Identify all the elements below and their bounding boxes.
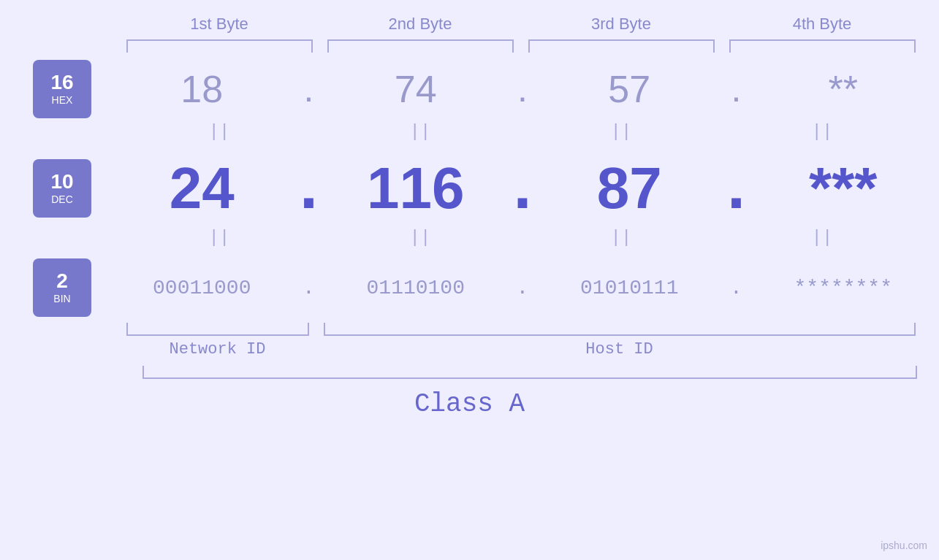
bottom-brackets [119,323,923,336]
byte4-header: 4th Byte [722,15,923,39]
bracket-byte2 [327,39,514,53]
bin-badge-label: BIN [53,293,70,304]
class-label: Class A [0,389,939,419]
equals-row-1: || || || || [119,122,923,142]
eq1-2: || [320,122,521,142]
hex-dot1: . [298,68,320,110]
bin-dot2: . [512,277,533,299]
bin-badge-number: 2 [56,271,68,291]
hex-val3: 57 [533,67,726,111]
bin-val3: 01010111 [533,277,726,299]
network-bracket [126,323,309,336]
byte2-header: 2nd Byte [320,15,521,39]
dec-val1: 24 [106,155,298,222]
hex-dot2: . [512,68,533,110]
eq1-1: || [119,122,320,142]
eq2-3: || [521,228,722,248]
hex-badge-label: HEX [52,94,73,106]
bin-val4: ******** [748,277,940,299]
dec-row: 10 DEC 24 . 116 . 87 . *** [0,153,939,224]
dec-val3: 87 [533,155,726,222]
id-labels: Network ID Host ID [119,340,923,358]
dec-badge-number: 10 [50,172,73,192]
watermark: ipshu.com [881,540,927,551]
dec-val4: *** [748,155,940,222]
dec-badge: 10 DEC [33,159,91,218]
bracket-byte4 [729,39,916,53]
bin-badge: 2 BIN [33,258,91,317]
hex-badge-number: 16 [50,72,73,93]
eq2-1: || [119,228,320,248]
dec-val2: 116 [320,155,512,222]
equals-row-2: || || || || [119,228,923,248]
host-id-label: Host ID [316,340,923,358]
dec-dot1: . [298,153,320,224]
top-brackets [119,39,923,53]
hex-val1: 18 [106,67,298,111]
full-bracket [142,366,917,379]
byte-headers: 1st Byte 2nd Byte 3rd Byte 4th Byte [119,15,923,39]
hex-values: 18 . 74 . 57 . ** [106,67,939,111]
bin-row: 2 BIN 00011000 . 01110100 . 01010111 . *… [0,258,939,317]
byte1-header: 1st Byte [119,15,320,39]
dec-dot2: . [512,153,533,224]
hex-row: 16 HEX 18 . 74 . 57 . ** [0,60,939,118]
bracket-byte1 [126,39,313,53]
bin-dot1: . [298,277,320,299]
hex-val4: ** [748,67,940,111]
hex-badge: 16 HEX [33,60,91,118]
dec-values: 24 . 116 . 87 . *** [106,153,939,224]
host-bracket [324,323,916,336]
bracket-byte3 [528,39,715,53]
eq2-4: || [722,228,923,248]
bin-val1: 00011000 [106,277,298,299]
eq2-2: || [320,228,521,248]
bin-values: 00011000 . 01110100 . 01010111 . *******… [106,277,939,299]
bin-dot3: . [726,277,748,299]
dec-dot3: . [726,153,748,224]
hex-val2: 74 [320,67,512,111]
dec-badge-label: DEC [51,193,73,205]
hex-dot3: . [726,68,748,110]
eq1-3: || [521,122,722,142]
byte3-header: 3rd Byte [521,15,722,39]
eq1-4: || [722,122,923,142]
bin-val2: 01110100 [320,277,512,299]
network-id-label: Network ID [119,340,316,358]
